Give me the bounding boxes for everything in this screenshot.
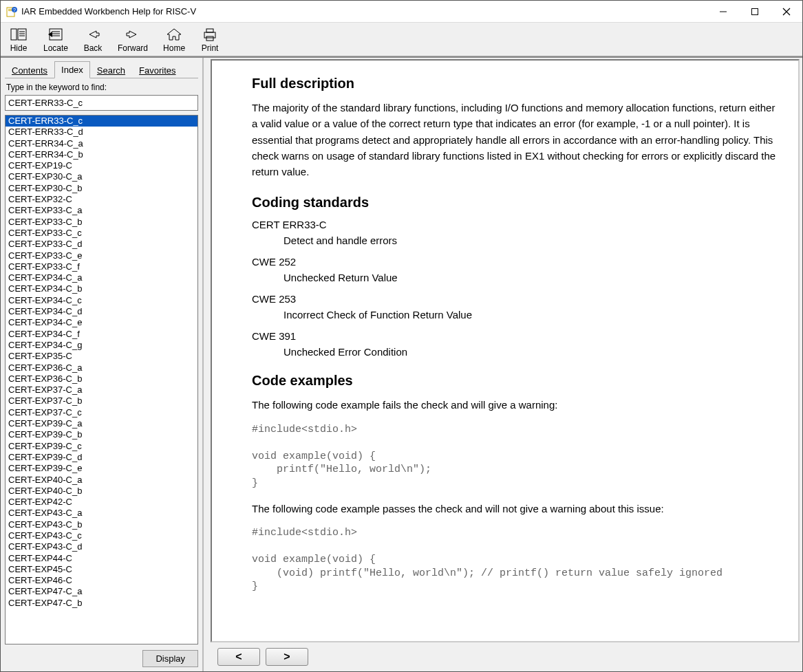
window-title: IAR Embedded Workbench Help for RISC-V (21, 6, 707, 17)
standard-description: Unchecked Error Condition (283, 346, 778, 358)
list-item[interactable]: CERT-EXP34-C_g (6, 340, 197, 351)
print-icon (200, 27, 220, 42)
minimize-button[interactable] (707, 1, 739, 22)
list-item[interactable]: CERT-EXP39-C_e (6, 463, 197, 474)
standard-label: CERT ERR33-C (252, 219, 778, 230)
list-item[interactable]: CERT-EXP34-C_e (6, 317, 197, 328)
list-item[interactable]: CERT-ERR34-C_a (6, 138, 197, 149)
list-item[interactable]: CERT-EXP34-C_a (6, 272, 197, 283)
list-item[interactable]: CERT-ERR33-C_c (6, 116, 197, 127)
standard-description: Incorrect Check of Function Return Value (283, 309, 778, 321)
list-item[interactable]: CERT-EXP39-C_c (6, 441, 197, 452)
svg-rect-9 (11, 29, 17, 40)
code-example-fail: #include<stdio.h> void example(void) { p… (252, 423, 778, 490)
standard-description: Detect and handle errors (283, 235, 778, 246)
list-item[interactable]: CERT-EXP42-C (6, 497, 197, 508)
list-item[interactable]: CERT-EXP34-C_b (6, 283, 197, 294)
help-article: Full description The majority of the sta… (212, 76, 798, 618)
list-item[interactable]: CERT-EXP34-C_d (6, 306, 197, 317)
tab-contents[interactable]: Contents (5, 62, 54, 78)
list-item[interactable]: CERT-EXP43-C_b (6, 519, 197, 530)
nav-tabs: Contents Index Search Favorites (5, 61, 198, 78)
list-item[interactable]: CERT-EXP30-C_b (6, 183, 197, 194)
index-listbox[interactable]: CERT-ERR33-C_cCERT-ERR33-C_dCERT-ERR34-C… (5, 115, 198, 644)
list-item[interactable]: CERT-EXP39-C_b (6, 429, 197, 440)
code-example-pass: #include<stdio.h> void example(void) { (… (252, 526, 778, 594)
content-frame[interactable]: Full description The majority of the sta… (211, 59, 800, 642)
prev-topic-button[interactable]: < (217, 648, 260, 666)
list-item[interactable]: CERT-ERR34-C_b (6, 149, 197, 160)
paragraph-pass-intro: The following code example passes the ch… (252, 501, 778, 517)
list-item[interactable]: CERT-EXP33-C_a (6, 205, 197, 216)
titlebar: ? IAR Embedded Workbench Help for RISC-V (1, 1, 802, 23)
home-icon (164, 27, 184, 42)
standard-label: CWE 253 (252, 293, 778, 305)
topic-nav: < > (204, 644, 802, 671)
maximize-button[interactable] (739, 1, 771, 22)
tab-favorites[interactable]: Favorites (132, 62, 182, 78)
list-item[interactable]: CERT-EXP36-C_b (6, 373, 197, 384)
list-item[interactable]: CERT-EXP30-C_a (6, 171, 197, 182)
paragraph-fail-intro: The following code example fails the che… (252, 397, 778, 413)
paragraph-full-description: The majority of the standard library fun… (252, 100, 778, 180)
display-button[interactable]: Display (142, 650, 198, 667)
list-item[interactable]: CERT-EXP47-C_a (6, 586, 197, 597)
print-button[interactable]: Print (197, 25, 222, 54)
list-item[interactable]: CERT-EXP33-C_c (6, 228, 197, 239)
list-item[interactable]: CERT-EXP40-C_a (6, 475, 197, 486)
list-item[interactable]: CERT-EXP19-C (6, 160, 197, 171)
tab-search[interactable]: Search (90, 62, 132, 78)
list-item[interactable]: CERT-EXP33-C_e (6, 250, 197, 261)
keyword-input[interactable] (5, 95, 198, 111)
toolbar: Hide Locate Back Forward Home Print (1, 23, 802, 56)
content-pane: Full description The majority of the sta… (204, 58, 802, 671)
list-item[interactable]: CERT-EXP46-C (6, 575, 197, 586)
svg-rect-20 (206, 29, 213, 32)
list-item[interactable]: CERT-EXP37-C_b (6, 395, 197, 407)
standard-description: Unchecked Return Value (283, 272, 778, 283)
close-button[interactable] (771, 1, 802, 22)
svg-text:?: ? (13, 8, 16, 12)
forward-button[interactable]: Forward (115, 25, 151, 54)
list-item[interactable]: CERT-EXP47-C_b (6, 598, 197, 609)
svg-rect-19 (204, 32, 215, 38)
list-item[interactable]: CERT-EXP36-C_a (6, 362, 197, 373)
next-topic-button[interactable]: > (266, 648, 308, 666)
list-item[interactable]: CERT-EXP34-C_c (6, 295, 197, 306)
list-item[interactable]: CERT-EXP43-C_a (6, 508, 197, 519)
list-item[interactable]: CERT-EXP44-C (6, 553, 197, 564)
navigation-pane: Contents Index Search Favorites Type in … (1, 58, 204, 671)
back-icon (83, 27, 103, 42)
svg-rect-6 (752, 8, 758, 14)
svg-rect-21 (206, 36, 213, 41)
forward-icon (123, 27, 142, 42)
hide-button[interactable]: Hide (6, 25, 31, 54)
list-item[interactable]: CERT-EXP35-C (6, 351, 197, 362)
search-instruction: Type in the keyword to find: (5, 78, 198, 95)
list-item[interactable]: CERT-EXP37-C_c (6, 407, 197, 418)
list-item[interactable]: CERT-EXP45-C (6, 564, 197, 575)
standard-label: CWE 391 (252, 330, 778, 342)
app-window: ? IAR Embedded Workbench Help for RISC-V… (0, 0, 803, 672)
heading-coding-standards: Coding standards (252, 195, 778, 210)
list-item[interactable]: CERT-EXP39-C_a (6, 418, 197, 429)
locate-icon (46, 27, 65, 42)
home-button[interactable]: Home (160, 25, 188, 54)
svg-rect-10 (18, 29, 26, 40)
list-item[interactable]: CERT-EXP33-C_f (6, 261, 197, 272)
back-button[interactable]: Back (81, 25, 105, 54)
locate-button[interactable]: Locate (41, 25, 71, 54)
list-item[interactable]: CERT-EXP39-C_d (6, 452, 197, 463)
heading-full-description: Full description (252, 76, 778, 91)
list-item[interactable]: CERT-EXP40-C_b (6, 486, 197, 497)
list-item[interactable]: CERT-EXP43-C_c (6, 530, 197, 541)
svg-marker-18 (48, 32, 52, 37)
list-item[interactable]: CERT-ERR33-C_d (6, 127, 197, 138)
tab-index[interactable]: Index (54, 61, 90, 78)
list-item[interactable]: CERT-EXP37-C_a (6, 384, 197, 395)
list-item[interactable]: CERT-EXP33-C_d (6, 239, 197, 250)
list-item[interactable]: CERT-EXP32-C (6, 194, 197, 205)
list-item[interactable]: CERT-EXP33-C_b (6, 217, 197, 228)
list-item[interactable]: CERT-EXP34-C_f (6, 329, 197, 340)
list-item[interactable]: CERT-EXP43-C_d (6, 541, 197, 552)
